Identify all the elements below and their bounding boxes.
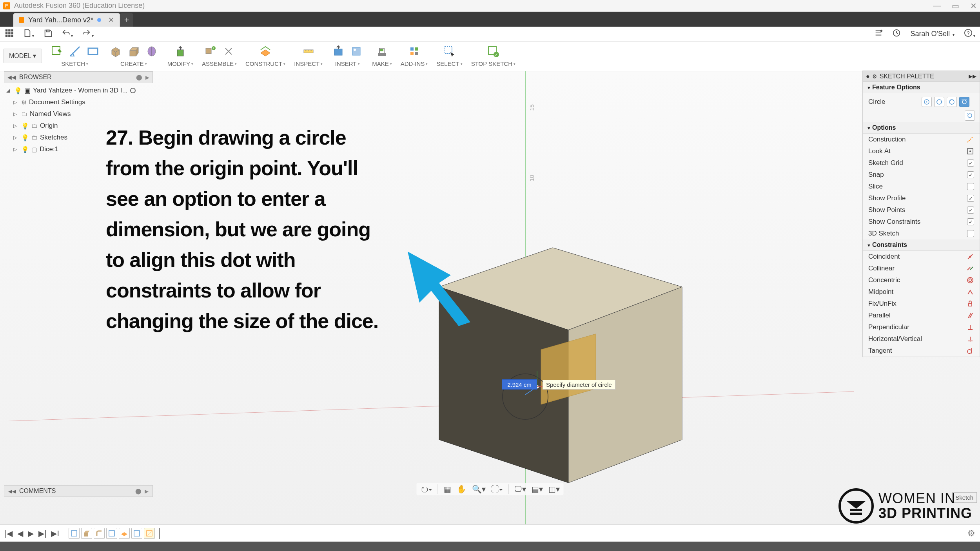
constraint-collinear[interactable]: Collinear (863, 263, 980, 274)
insert-derive-icon[interactable] (331, 44, 345, 58)
new-tab-button[interactable]: + (120, 13, 133, 27)
zoom-icon[interactable]: 🔍▾ (472, 484, 486, 494)
select-label[interactable]: SELECT▾ (436, 60, 462, 67)
comments-collapse-icon[interactable]: ◀◀ (8, 488, 16, 494)
job-status-button[interactable] (892, 29, 901, 39)
option-show-points[interactable]: Show Points (863, 204, 980, 216)
stop-sketch-label[interactable]: STOP SKETCH▾ (471, 60, 515, 67)
addins-label[interactable]: ADD-INS▾ (401, 60, 428, 67)
sketch-label[interactable]: SKETCH▾ (61, 60, 88, 67)
constraint-perpendicular[interactable]: Perpendicular (863, 321, 980, 333)
option-construction[interactable]: Construction (863, 134, 980, 145)
minimize-button[interactable]: — (933, 1, 941, 11)
checkbox[interactable] (967, 160, 974, 167)
3dprint-icon[interactable] (375, 44, 389, 58)
constraint-icon[interactable] (966, 276, 974, 284)
extrude-icon[interactable] (127, 44, 141, 58)
option-icon[interactable] (966, 136, 974, 143)
checkbox[interactable] (967, 230, 974, 237)
display-settings-icon[interactable]: 🖵▾ (514, 484, 526, 494)
document-tab[interactable]: Yard Yah...Demo v2* ✕ (13, 13, 120, 27)
browser-expand-icon[interactable]: ▶ (145, 74, 149, 80)
canvas-area[interactable]: 15 10 (0, 71, 980, 524)
constraint-icon[interactable] (966, 265, 974, 272)
constraint-icon[interactable] (966, 312, 974, 319)
option-slice[interactable]: Slice (863, 181, 980, 192)
rectangle-icon[interactable] (86, 44, 100, 58)
close-button[interactable]: ✕ (970, 1, 977, 11)
timeline-prev-button[interactable]: ◀ (17, 529, 23, 538)
option-snap[interactable]: Snap (863, 169, 980, 181)
center-diameter-circle-option[interactable] (922, 97, 932, 107)
checkbox[interactable] (967, 218, 974, 225)
tangent-circle-option[interactable] (959, 97, 969, 107)
palette-header[interactable]: ● ⚙ SKETCH PALETTE ▶▶ (863, 71, 980, 82)
comments-panel-header[interactable]: ◀◀ COMMENTS ⬤ ▶ (4, 485, 153, 497)
modify-label[interactable]: MODIFY▾ (167, 60, 193, 67)
checkbox[interactable] (967, 183, 974, 190)
constraint-icon[interactable] (966, 347, 974, 355)
insert-label[interactable]: INSERT▾ (335, 60, 360, 67)
timeline-item-sketch2[interactable] (106, 528, 117, 539)
browser-collapse-icon[interactable]: ◀◀ (7, 74, 16, 80)
browser-header[interactable]: ◀◀ BROWSER ⬤ ▶ (4, 71, 153, 83)
help-button[interactable]: ?▾ (964, 29, 975, 39)
timeline-item-active[interactable] (144, 528, 155, 539)
option-show-constraints[interactable]: Show Constraints (863, 216, 980, 228)
constraint-coincident[interactable]: Coincident (863, 251, 980, 263)
grid-settings-icon[interactable]: ▤▾ (532, 484, 543, 494)
box-icon[interactable] (109, 44, 123, 58)
timeline-start-button[interactable]: |◀ (5, 529, 13, 538)
three-point-circle-option[interactable] (947, 97, 957, 107)
pan-icon[interactable]: ✋ (457, 484, 466, 494)
tree-item-named-views[interactable]: ▷🗀 Named Views (4, 108, 153, 120)
constraint-horizontal-vertical[interactable]: Horizontal/Vertical (863, 333, 980, 345)
section-constraints[interactable]: Constraints (863, 239, 980, 251)
section-options[interactable]: Options (863, 122, 980, 134)
orbit-icon[interactable]: ⭮▾ (421, 484, 432, 494)
tab-close-button[interactable]: ✕ (108, 16, 114, 24)
timeline-item-extrude[interactable] (81, 528, 92, 539)
construct-label[interactable]: CONSTRUCT▾ (245, 60, 285, 67)
workspace-selector[interactable]: MODEL ▾ (3, 49, 42, 63)
tree-root-row[interactable]: ◢ 💡 ▣ Yard Yahtzee - Women in 3D I... (4, 85, 153, 96)
dimension-input[interactable] (502, 379, 537, 390)
option-show-profile[interactable]: Show Profile (863, 192, 980, 204)
constraint-fix-unfix[interactable]: Fix/UnFix (863, 298, 980, 310)
timeline-item-plane[interactable] (119, 528, 130, 539)
timeline-play-button[interactable]: ▶ (28, 529, 34, 538)
joint-icon[interactable] (221, 44, 236, 58)
constraint-concentric[interactable]: Concentric (863, 274, 980, 286)
save-button[interactable] (44, 29, 52, 39)
browser-pin-icon[interactable]: ⬤ (136, 74, 142, 80)
constraint-midpoint[interactable]: Midpoint (863, 286, 980, 298)
activate-radio[interactable] (130, 88, 136, 93)
checkbox[interactable] (967, 207, 974, 214)
timeline-item-fillet[interactable] (94, 528, 105, 539)
look-at-icon[interactable]: ▦ (444, 484, 451, 494)
make-label[interactable]: MAKE▾ (372, 60, 392, 67)
insert-decal-icon[interactable] (349, 44, 363, 58)
timeline-end-button[interactable]: ▶I (51, 529, 59, 538)
new-sketch-icon[interactable] (50, 44, 64, 58)
file-menu-button[interactable]: ▾ (23, 29, 34, 39)
section-feature-options[interactable]: Feature Options (863, 82, 980, 93)
maximize-button[interactable]: ▭ (952, 1, 959, 11)
redo-button[interactable]: ▾ (82, 29, 94, 39)
offset-plane-icon[interactable] (258, 44, 272, 58)
viewport-layout-icon[interactable]: ◫▾ (548, 484, 560, 494)
new-component-icon[interactable]: + (203, 44, 218, 58)
constraint-tangent[interactable]: Tangent (863, 345, 980, 357)
assemble-label[interactable]: ASSEMBLE▾ (202, 60, 237, 67)
measure-icon[interactable] (301, 44, 316, 58)
timeline-next-button[interactable]: ▶| (38, 529, 46, 538)
palette-expand-icon[interactable]: ▶▶ (969, 73, 976, 79)
stop-sketch-icon[interactable]: ✓ (486, 44, 500, 58)
constraint-icon[interactable] (966, 288, 974, 296)
inspect-label[interactable]: INSPECT▾ (294, 60, 323, 67)
revolve-icon[interactable] (145, 44, 159, 58)
comments-expand-icon[interactable]: ▶ (145, 488, 149, 494)
constraint-parallel[interactable]: Parallel (863, 310, 980, 321)
constraint-icon[interactable] (966, 335, 974, 343)
create-label[interactable]: CREATE▾ (120, 60, 147, 67)
